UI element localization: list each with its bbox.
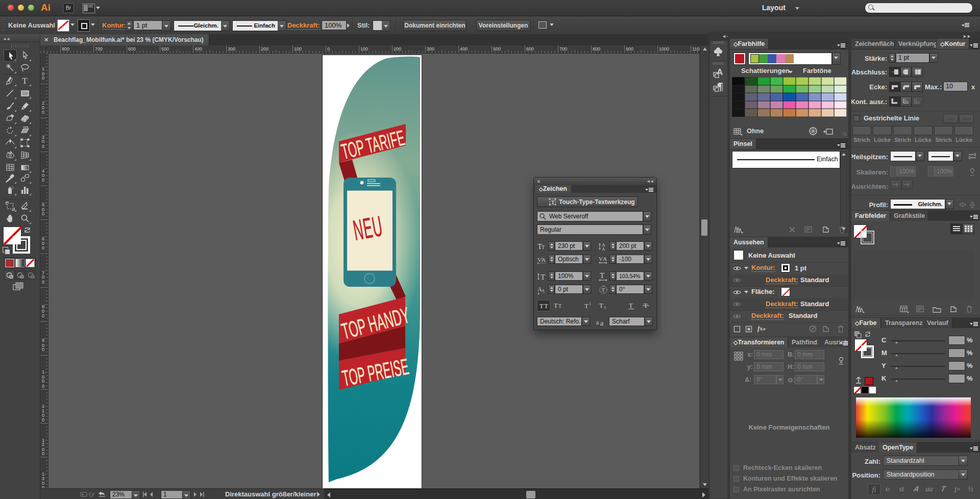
svg-text:NEU: NEU: [351, 210, 385, 246]
svg-text:0: 0: [42, 347, 44, 352]
svg-text:300: 300: [427, 46, 434, 52]
svg-text:1000: 1000: [659, 46, 669, 52]
svg-text:0: 0: [42, 379, 44, 384]
svg-text:T: T: [584, 302, 589, 310]
svg-text:T: T: [629, 302, 633, 309]
svg-text:T: T: [541, 273, 545, 281]
svg-text:0: 0: [42, 313, 44, 318]
svg-text:0: 0: [42, 451, 44, 456]
svg-text:700: 700: [95, 46, 103, 52]
svg-text:0: 0: [42, 280, 44, 285]
svg-text:0: 0: [42, 384, 44, 389]
svg-text:0: 0: [42, 144, 44, 149]
svg-text:0: 0: [42, 76, 44, 81]
svg-text:0: 0: [42, 178, 44, 183]
svg-text:0: 0: [42, 211, 44, 216]
svg-text:0: 0: [42, 275, 44, 280]
svg-text:T: T: [551, 199, 555, 205]
svg-text:200: 200: [261, 46, 268, 52]
svg-text:300: 300: [228, 46, 235, 52]
svg-text:1100: 1100: [692, 46, 700, 52]
svg-text:V: V: [537, 257, 542, 263]
svg-text:T: T: [544, 302, 548, 310]
svg-text:T: T: [540, 302, 544, 310]
svg-text:T: T: [599, 302, 603, 309]
svg-text:100: 100: [360, 46, 368, 52]
svg-text:500: 500: [493, 46, 501, 52]
svg-text:200: 200: [394, 46, 401, 52]
svg-text:T: T: [558, 303, 561, 309]
svg-text:9: 9: [42, 338, 44, 343]
svg-text:T: T: [554, 302, 558, 309]
svg-text:400: 400: [194, 46, 202, 52]
svg-text:600: 600: [526, 46, 534, 52]
svg-text:T: T: [602, 287, 605, 293]
svg-text:a: a: [542, 287, 544, 292]
svg-text:a: a: [600, 319, 604, 326]
svg-text:600: 600: [128, 46, 136, 52]
svg-text:1: 1: [42, 369, 44, 375]
svg-text:900: 900: [626, 46, 633, 52]
svg-text:T: T: [542, 244, 545, 250]
svg-text:1: 1: [589, 302, 591, 306]
svg-text:5: 5: [42, 202, 44, 207]
svg-text:1: 1: [42, 66, 44, 71]
svg-text:A: A: [537, 286, 542, 293]
svg-text:800: 800: [62, 46, 69, 52]
svg-text:A: A: [602, 246, 605, 252]
svg-text:T: T: [600, 271, 604, 280]
svg-text:0: 0: [42, 245, 44, 251]
svg-text:0: 0: [327, 46, 330, 52]
svg-text:A: A: [603, 256, 607, 262]
svg-text:2: 2: [42, 442, 44, 447]
svg-text:0: 0: [42, 110, 44, 115]
svg-text:0: 0: [42, 139, 44, 144]
svg-text:a: a: [596, 319, 599, 326]
svg-text:400: 400: [460, 46, 468, 52]
svg-text:100: 100: [294, 46, 302, 52]
svg-text:800: 800: [593, 46, 600, 52]
svg-text:V: V: [599, 256, 603, 262]
svg-text:1: 1: [604, 306, 606, 310]
svg-text:T: T: [22, 76, 28, 85]
svg-text:500: 500: [161, 46, 169, 52]
svg-text:700: 700: [559, 46, 567, 52]
svg-text:0: 0: [42, 417, 44, 422]
